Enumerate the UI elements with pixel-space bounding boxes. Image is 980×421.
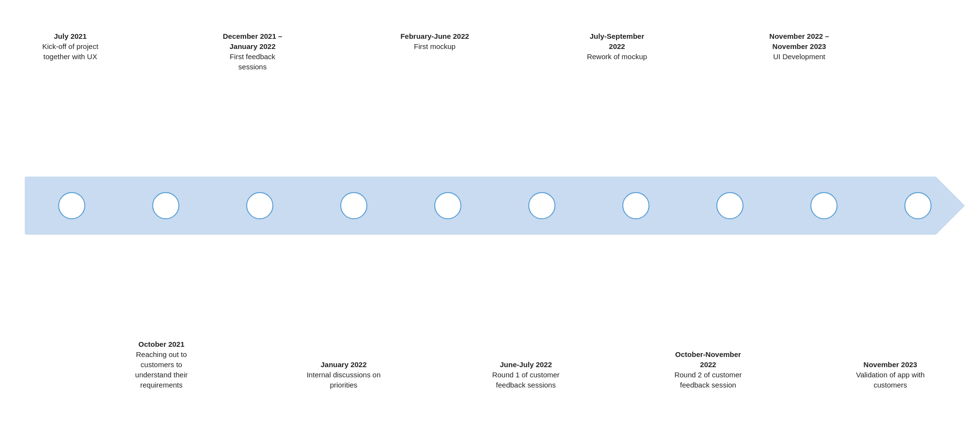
milestone-dot-1 [58,192,85,219]
dot-wrapper-10 [871,192,965,219]
dot-wrapper-2 [119,192,213,219]
milestone-10-above-wrapper [845,16,936,31]
milestone-6-desc: Round 1 of customer feedback sessions [492,371,559,389]
milestone-5-below-wrapper [389,390,480,405]
dot-wrapper-5 [401,192,495,219]
milestone-4-label: January 2022 Internal discussions on pri… [305,359,382,405]
milestone-2-below-wrapper: October 2021 Reaching out to customers t… [116,339,207,405]
milestone-7-below-wrapper [571,390,663,405]
dot-wrapper-4 [307,192,401,219]
timeline-container: July 2021 Kick-off of project together w… [15,16,965,405]
milestone-9-label: November 2022 – November 2023 UI Develop… [763,16,836,62]
milestone-5-desc: First mockup [414,42,456,50]
milestone-2-label: October 2021 Reaching out to customers t… [123,339,200,405]
milestone-9-below-wrapper [754,390,845,405]
labels-above: July 2021 Kick-off of project together w… [25,16,936,181]
milestone-4-desc: Internal discussions on priorities [307,371,381,389]
dot-wrapper-9 [777,192,871,219]
milestone-dot-3 [246,192,273,219]
milestone-8-period: October-November 2022 [669,349,747,370]
milestone-4-period: January 2022 [305,359,382,370]
dot-wrapper-1 [25,192,119,219]
milestone-6-label: June-July 2022 Round 1 of customer feedb… [487,359,565,405]
milestone-7-period: July-September 2022 [581,31,653,51]
milestone-3-below-wrapper [207,390,298,405]
milestone-8-label: October-November 2022 Round 2 of custome… [669,349,747,405]
milestone-1-desc: Kick-off of project together with UX [42,42,98,61]
dot-wrapper-6 [495,192,589,219]
milestone-9-period: November 2022 – November 2023 [763,31,836,51]
milestone-2-above-wrapper [116,16,207,31]
dot-wrapper-3 [213,192,307,219]
milestone-dot-4 [340,192,367,219]
milestone-10-desc: Validation of app with customers [856,371,924,389]
dots-row [25,177,965,235]
milestone-dot-2 [152,192,179,219]
milestone-3-period: December 2021 – January 2022 [216,31,289,51]
dot-wrapper-7 [589,192,683,219]
milestone-dot-9 [810,192,838,219]
milestone-10-period: November 2023 [852,359,929,370]
milestone-5-above-wrapper: February-June 2022 First mockup [389,16,480,51]
milestone-1-above-wrapper: July 2021 Kick-off of project together w… [25,16,116,62]
milestone-10-below-wrapper: November 2023 Validation of app with cus… [845,359,936,405]
milestone-7-above-wrapper: July-September 2022 Rework of mockup [571,16,663,62]
milestone-3-above-wrapper: December 2021 – January 2022 First feedb… [207,16,298,72]
milestone-dot-10 [904,192,932,219]
milestone-1-below-wrapper [25,390,116,405]
milestone-6-above-wrapper [480,16,571,31]
milestone-9-above-wrapper: November 2022 – November 2023 UI Develop… [754,16,845,62]
milestone-8-above-wrapper [663,16,754,31]
milestone-10-label: November 2023 Validation of app with cus… [852,359,929,405]
milestone-dot-7 [622,192,649,219]
milestone-6-period: June-July 2022 [487,359,565,370]
milestone-dot-5 [434,192,461,219]
milestone-8-below-wrapper: October-November 2022 Round 2 of custome… [663,349,754,405]
milestone-1-period: July 2021 [34,31,107,41]
milestone-1-label: July 2021 Kick-off of project together w… [34,16,107,62]
milestone-4-above-wrapper [298,16,389,31]
milestone-7-desc: Rework of mockup [587,52,647,61]
milestone-4-below-wrapper: January 2022 Internal discussions on pri… [298,359,389,405]
milestone-2-period: October 2021 [123,339,200,349]
milestone-dot-6 [528,192,555,219]
milestone-9-desc: UI Development [773,52,825,61]
milestone-dot-8 [716,192,743,219]
milestone-8-desc: Round 2 of customer feedback session [674,371,742,389]
milestone-6-below-wrapper: June-July 2022 Round 1 of customer feedb… [480,359,571,405]
dot-wrapper-8 [683,192,777,219]
labels-below: October 2021 Reaching out to customers t… [25,235,936,405]
milestone-5-label: February-June 2022 First mockup [400,16,469,51]
milestone-2-desc: Reaching out to customers to understand … [135,350,188,389]
milestone-5-period: February-June 2022 [400,31,469,41]
milestone-7-label: July-September 2022 Rework of mockup [581,16,653,62]
milestone-3-label: December 2021 – January 2022 First feedb… [216,16,289,72]
milestone-3-desc: First feedback sessions [230,52,275,71]
